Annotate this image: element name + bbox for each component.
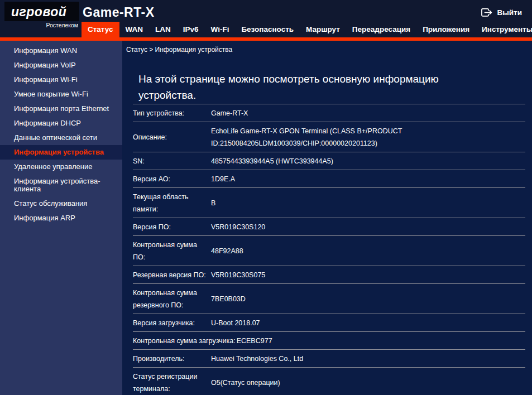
row-value: O5(Статус операции) [211, 377, 280, 389]
sidebar-item[interactable]: Информация устройства-клиента [0, 174, 122, 196]
logout-icon [481, 8, 493, 17]
row-label: Описание: [133, 131, 211, 143]
row-label: Производитель: [133, 353, 211, 365]
table-row: Контрольная сумма резервного ПО:7BE0B03D [133, 283, 525, 314]
rostelecom-logo: игровой Ростелеком [4, 2, 79, 28]
row-label: Статус регистрации терминала: [133, 370, 211, 395]
row-value: U-Boot 2018.07 [211, 317, 260, 329]
header: игровой Ростелеком Game-RT-X Выйти Стату… [0, 0, 532, 37]
sidebar-item[interactable]: Информация VoIP [0, 58, 122, 73]
row-value: 7BE0B03D [211, 293, 246, 305]
row-value: V5R019C30S120 [211, 221, 265, 233]
tab-ipv6[interactable]: IPv6 [177, 22, 205, 37]
logo-company-text: Ростелеком [4, 22, 79, 28]
page-description: На этой странице можно посмотреть основн… [138, 71, 468, 103]
table-row: Тип устройства:Game-RT-X [133, 104, 525, 122]
row-value: 48575443393944A5 (HWTC393944A5) [211, 155, 333, 167]
row-label: Тип устройства: [133, 107, 211, 119]
table-row: Описание:EchoLife Game-RT-X GPON Termina… [133, 122, 525, 152]
sidebar-item[interactable]: Удаленное управление [0, 160, 122, 174]
row-value: ECEBC977 [237, 335, 272, 347]
tab-инструменты[interactable]: Инструменты [476, 22, 532, 37]
row-label: Резервная версия ПО: [133, 269, 211, 281]
nav-tabs: СтатусWANLANIPv6Wi-FiБезопасностьМаршрут… [82, 22, 532, 37]
row-value: V5R019C30S075 [211, 269, 265, 281]
tab-lan[interactable]: LAN [149, 22, 177, 37]
page-title: Game-RT-X [83, 5, 154, 20]
row-label: Версия загрузчика: [133, 317, 211, 329]
row-label: Контрольная сумма загрузчика: [133, 335, 237, 347]
sidebar-item[interactable]: Данные оптической сети [0, 131, 122, 145]
row-label: Версия АО: [133, 173, 211, 185]
content-area: Статус > Информация устройства На этой с… [122, 41, 532, 395]
sidebar-item[interactable]: Информация устройства [0, 145, 122, 160]
logo-brand-text: игровой [11, 6, 74, 18]
table-row: Производитель:Huawei Technologies Co., L… [133, 349, 525, 367]
tab-приложения[interactable]: Приложения [416, 22, 476, 37]
tab-статус[interactable]: Статус [82, 22, 119, 37]
table-row: Версия АО:1D9E.A [133, 170, 525, 187]
row-label: SN: [133, 155, 211, 167]
row-value: Huawei Technologies Co., Ltd [211, 353, 303, 365]
row-label: Контрольная сумма резервного ПО: [133, 287, 211, 311]
main-layout: Информация WANИнформация VoIPИнформация … [0, 41, 532, 395]
sidebar-item[interactable]: Умное покрытие Wi-Fi [0, 87, 122, 102]
logout-label: Выйти [497, 8, 523, 17]
table-row: Текущая область памяти:B [133, 187, 525, 218]
table-row: Версия ПО:V5R019C30S120 [133, 218, 525, 235]
row-value: Game-RT-X [211, 107, 248, 119]
tab-переадресация[interactable]: Переадресация [346, 22, 416, 37]
sidebar-item[interactable]: Информация Wi-Fi [0, 73, 122, 87]
tab-маршрут[interactable]: Маршрут [300, 22, 346, 37]
sidebar-item[interactable]: Информация порта Ethernet [0, 102, 122, 116]
tab-wi-fi[interactable]: Wi-Fi [205, 22, 236, 37]
table-row: Статус регистрации терминала:O5(Статус о… [133, 367, 525, 395]
row-value: EchoLife Game-RT-X GPON Terminal (CLASS … [211, 125, 490, 150]
table-row: Контрольная сумма загрузчика:ECEBC977 [133, 331, 525, 349]
tab-безопасность[interactable]: Безопасность [235, 22, 300, 37]
row-value: 48F92A88 [211, 245, 243, 257]
sidebar-item[interactable]: Информация ARP [0, 211, 122, 225]
tab-wan[interactable]: WAN [119, 22, 150, 37]
row-label: Версия ПО: [133, 221, 211, 233]
breadcrumb: Статус > Информация устройства [126, 45, 525, 54]
logout-button[interactable]: Выйти [481, 8, 523, 17]
table-row: SN:48575443393944A5 (HWTC393944A5) [133, 152, 525, 170]
sidebar-item[interactable]: Информация WAN [0, 44, 122, 58]
row-label: Контрольная сумма ПО: [133, 239, 211, 263]
table-row: Резервная версия ПО:V5R019C30S075 [133, 266, 525, 283]
logo-box: игровой [4, 2, 79, 21]
table-row: Контрольная сумма ПО:48F92A88 [133, 235, 525, 266]
row-value: B [211, 197, 215, 209]
sidebar-item[interactable]: Статус обслуживания [0, 196, 122, 211]
row-value: 1D9E.A [211, 173, 235, 185]
table-row: Версия загрузчика:U-Boot 2018.07 [133, 314, 525, 331]
sidebar-item[interactable]: Информация DHCP [0, 116, 122, 131]
row-label: Текущая область памяти: [133, 191, 211, 215]
device-info-table: Тип устройства:Game-RT-XОписание:EchoLif… [133, 104, 525, 395]
sidebar: Информация WANИнформация VoIPИнформация … [0, 41, 122, 395]
